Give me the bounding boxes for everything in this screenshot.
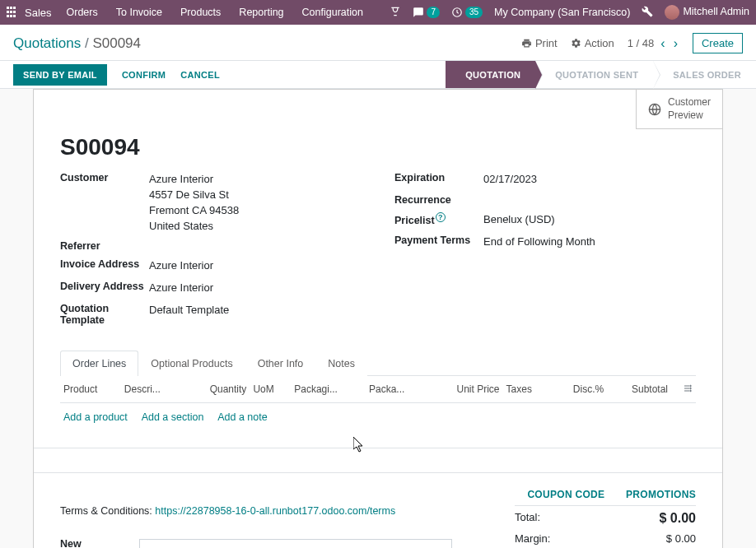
breadcrumb: Quotations / S00094 xyxy=(13,35,141,52)
status-quotation-sent[interactable]: QUOTATION SENT xyxy=(535,61,653,88)
messaging-badge: 7 xyxy=(427,7,440,18)
user-menu[interactable]: Mitchell Admin xyxy=(665,5,749,20)
col-description[interactable]: Descri... xyxy=(121,376,185,403)
margin-label: Margin: xyxy=(515,532,550,545)
pager-prev[interactable]: ‹ xyxy=(659,36,666,51)
label-referrer: Referrer xyxy=(60,240,149,252)
label-delivery-address: Delivery Address xyxy=(60,281,149,296)
total-value: $ 0.00 xyxy=(660,511,696,526)
value-invoice-address[interactable]: Azure Interior xyxy=(149,258,213,274)
col-packaging[interactable]: Packagi... xyxy=(291,376,366,403)
company-switcher[interactable]: My Company (San Francisco) xyxy=(494,7,630,18)
label-invoice-address: Invoice Address xyxy=(60,258,149,274)
svg-point-6 xyxy=(690,388,692,389)
pager-next[interactable]: › xyxy=(672,36,679,51)
terms-link[interactable]: https://22878958-16-0-all.runbot177.odoo… xyxy=(155,505,395,517)
tab-other-info[interactable]: Other Info xyxy=(245,351,316,376)
col-taxes[interactable]: Taxes xyxy=(503,376,552,403)
apps-icon[interactable] xyxy=(7,7,18,18)
messaging-icon[interactable]: 7 xyxy=(413,7,440,18)
activities-badge: 35 xyxy=(465,7,483,18)
menu-orders[interactable]: Orders xyxy=(67,7,98,18)
promotions-button[interactable]: PROMOTIONS xyxy=(626,489,696,500)
menu-to-invoice[interactable]: To Invoice xyxy=(116,7,162,18)
gear-icon xyxy=(571,38,581,49)
pager-count[interactable]: 1 / 48 xyxy=(628,37,655,49)
add-section-link[interactable]: Add a section xyxy=(142,411,204,423)
col-subtotal[interactable]: Subtotal xyxy=(607,376,671,403)
activities-icon[interactable]: 35 xyxy=(451,7,483,18)
print-icon xyxy=(521,38,532,49)
col-uom[interactable]: UoM xyxy=(250,376,291,403)
voip-icon[interactable] xyxy=(390,6,401,20)
action-button[interactable]: Action xyxy=(571,37,614,49)
cancel-button[interactable]: CANCEL xyxy=(180,70,220,80)
label-quotation-template: Quotation Template xyxy=(60,303,149,326)
add-product-link[interactable]: Add a product xyxy=(63,411,128,423)
label-customer: Customer xyxy=(60,172,149,234)
tab-notes[interactable]: Notes xyxy=(315,351,367,376)
breadcrumb-parent[interactable]: Quotations xyxy=(13,35,81,51)
value-payment-terms[interactable]: End of Following Month xyxy=(483,235,595,250)
avatar xyxy=(665,5,679,20)
send-by-email-button[interactable]: SEND BY EMAIL xyxy=(13,64,107,86)
menu-configuration[interactable]: Configuration xyxy=(302,7,363,18)
print-button[interactable]: Print xyxy=(521,37,558,49)
col-packaging-qty[interactable]: Packa... xyxy=(366,376,429,403)
svg-point-7 xyxy=(690,390,692,392)
margin-value: $ 0.00 xyxy=(666,532,696,545)
col-unit-price[interactable]: Unit Price xyxy=(429,376,503,403)
tab-order-lines[interactable]: Order Lines xyxy=(60,351,138,376)
value-delivery-address[interactable]: Azure Interior xyxy=(149,281,213,296)
coupon-code-button[interactable]: COUPON CODE xyxy=(527,489,604,500)
col-discount[interactable]: Disc.% xyxy=(551,376,607,403)
globe-icon xyxy=(648,103,661,116)
col-product[interactable]: Product xyxy=(60,376,121,403)
create-button[interactable]: Create xyxy=(693,33,743,53)
columns-options-icon[interactable] xyxy=(671,376,696,403)
status-quotation[interactable]: QUOTATION xyxy=(446,61,535,88)
help-icon[interactable]: ? xyxy=(436,212,446,222)
signature-input[interactable] xyxy=(139,539,452,548)
tab-optional-products[interactable]: Optional Products xyxy=(138,351,245,376)
label-expiration: Expiration xyxy=(394,172,483,188)
col-quantity[interactable]: Quantity xyxy=(185,376,250,403)
label-pricelist: Pricelist? xyxy=(394,212,483,228)
total-label: Total: xyxy=(515,511,540,526)
value-expiration[interactable]: 02/17/2023 xyxy=(483,172,537,188)
value-quotation-template[interactable]: Default Template xyxy=(149,303,229,326)
add-note-link[interactable]: Add a note xyxy=(217,411,267,423)
menu-reporting[interactable]: Reporting xyxy=(239,7,283,18)
label-payment-terms: Payment Terms xyxy=(394,235,483,250)
svg-point-5 xyxy=(690,385,692,387)
app-brand[interactable]: Sales xyxy=(25,7,52,19)
customer-preview-button[interactable]: CustomerPreview xyxy=(636,90,722,129)
menu-products[interactable]: Products xyxy=(180,7,221,18)
value-pricelist[interactable]: Benelux (USD) xyxy=(483,212,555,228)
label-recurrence: Recurrence xyxy=(394,194,483,206)
breadcrumb-current: S00094 xyxy=(92,35,141,51)
status-sales-order[interactable]: SALES ORDER xyxy=(653,61,756,88)
confirm-button[interactable]: CONFIRM xyxy=(122,70,166,80)
order-name: S00094 xyxy=(60,134,696,160)
value-customer[interactable]: Azure Interior 4557 De Silva St Fremont … xyxy=(149,172,239,234)
label-signature: New Signature xyxy=(60,538,131,548)
debug-icon[interactable] xyxy=(642,6,653,20)
terms-conditions: Terms & Conditions: https://22878958-16-… xyxy=(60,505,490,517)
